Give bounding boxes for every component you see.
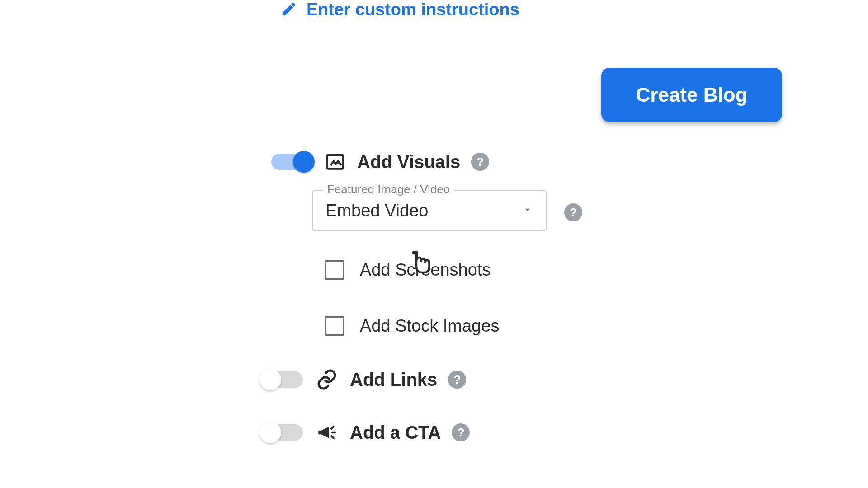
add-screenshots-label: Add Screenshots	[360, 260, 491, 280]
pencil-icon	[280, 0, 297, 19]
custom-instructions-label: Enter custom instructions	[307, 0, 519, 19]
featured-media-value: Embed Video	[326, 201, 428, 221]
add-links-label: Add Links	[350, 370, 437, 390]
toggle-knob	[259, 369, 281, 390]
custom-instructions-link[interactable]: Enter custom instructions	[280, 0, 519, 19]
add-visuals-row: Add Visuals ?	[271, 151, 489, 172]
image-icon	[325, 151, 345, 172]
add-visuals-toggle[interactable]	[271, 154, 312, 170]
create-blog-button[interactable]: Create Blog	[601, 68, 782, 122]
add-stock-images-label: Add Stock Images	[360, 316, 499, 336]
add-links-row: Add Links ?	[262, 368, 466, 391]
featured-media-help[interactable]: ?	[564, 203, 582, 221]
add-screenshots-checkbox[interactable]	[325, 260, 344, 280]
megaphone-icon	[316, 421, 338, 444]
add-links-toggle[interactable]	[262, 371, 303, 388]
add-screenshots-option[interactable]: Add Screenshots	[325, 260, 491, 280]
add-cta-label: Add a CTA	[350, 422, 441, 443]
toggle-knob	[259, 422, 281, 443]
add-visuals-label: Add Visuals	[357, 152, 460, 172]
toggle-knob	[293, 151, 315, 173]
chevron-down-icon	[522, 204, 533, 217]
add-links-help[interactable]: ?	[448, 371, 466, 389]
featured-media-field: Featured Image / Video Embed Video	[312, 190, 547, 231]
add-cta-help[interactable]: ?	[452, 423, 470, 441]
add-cta-row: Add a CTA ?	[262, 421, 470, 444]
add-stock-images-checkbox[interactable]	[325, 316, 344, 336]
link-icon	[316, 368, 338, 391]
add-stock-images-option[interactable]: Add Stock Images	[325, 316, 499, 336]
featured-media-legend: Featured Image / Video	[323, 183, 454, 197]
add-visuals-help[interactable]: ?	[471, 153, 489, 171]
add-cta-toggle[interactable]	[262, 424, 303, 441]
